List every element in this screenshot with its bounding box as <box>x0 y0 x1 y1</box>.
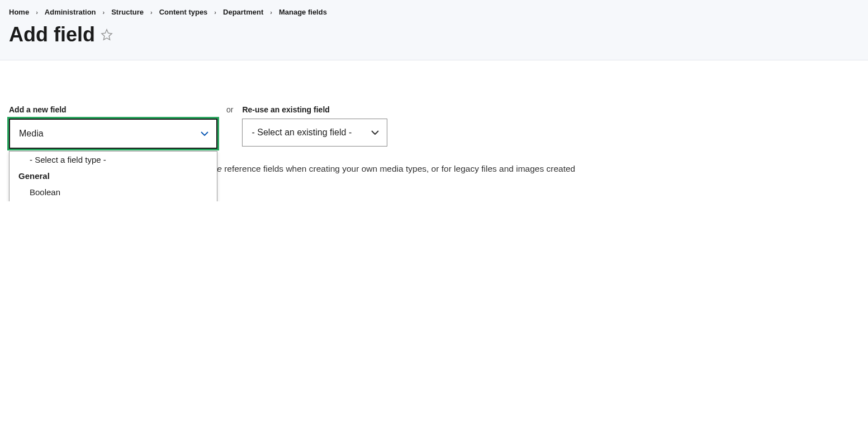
chevron-right-icon: › <box>36 9 38 16</box>
dropdown-placeholder[interactable]: - Select a field type - <box>10 152 217 168</box>
existing-field-label: Re-use an existing field <box>242 105 387 114</box>
chevron-right-icon: › <box>103 9 105 16</box>
new-field-wrap: Add a new field Media - Select a field t… <box>9 105 217 149</box>
dropdown-opt-boolean[interactable]: Boolean <box>10 184 217 200</box>
breadcrumb-department[interactable]: Department <box>223 8 263 16</box>
breadcrumb-manage-fields[interactable]: Manage fields <box>279 8 327 16</box>
page-title: Add field <box>9 23 95 46</box>
chevron-down-icon <box>201 131 208 136</box>
existing-field-select[interactable]: - Select an existing field - <box>242 119 387 147</box>
star-icon[interactable] <box>101 29 113 41</box>
breadcrumb-administration[interactable]: Administration <box>45 8 96 16</box>
header-section: Home › Administration › Structure › Cont… <box>0 0 868 60</box>
content-area: Add a new field Media - Select a field t… <box>0 60 868 201</box>
new-field-label: Add a new field <box>9 105 217 114</box>
fields-row: Add a new field Media - Select a field t… <box>9 105 859 149</box>
existing-field-wrap: Re-use an existing field - Select an exi… <box>242 105 387 147</box>
or-label: or <box>226 105 233 114</box>
new-field-selected-value: Media <box>19 129 44 139</box>
breadcrumb-home[interactable]: Home <box>9 8 29 16</box>
existing-field-selected-value: - Select an existing field - <box>252 128 352 138</box>
breadcrumb-structure[interactable]: Structure <box>111 8 144 16</box>
breadcrumb-content-types[interactable]: Content types <box>159 8 208 16</box>
new-field-dropdown: - Select a field type - General Boolean … <box>9 151 217 201</box>
chevron-down-icon <box>371 130 379 135</box>
dropdown-opt-comments[interactable]: Comments <box>10 200 217 201</box>
chevron-right-icon: › <box>270 9 272 16</box>
dropdown-group-general: General <box>10 168 217 184</box>
new-field-select[interactable]: Media - Select a field type - General Bo… <box>9 119 217 149</box>
chevron-right-icon: › <box>150 9 153 16</box>
chevron-right-icon: › <box>214 9 216 16</box>
page-title-row: Add field <box>9 23 859 46</box>
breadcrumb: Home › Administration › Structure › Cont… <box>9 8 859 16</box>
